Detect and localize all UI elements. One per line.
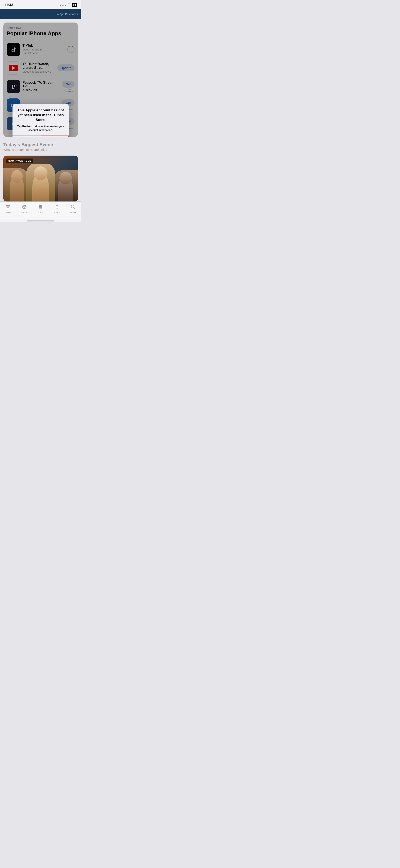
events-section: Today's Biggest Events What to stream, p…	[0, 137, 81, 154]
search-icon	[70, 204, 76, 211]
top-banner: In-App Purchases	[0, 9, 81, 19]
tab-apps[interactable]: Apps	[33, 203, 49, 215]
home-indicator	[0, 219, 81, 222]
signal-icon	[60, 5, 66, 6]
alert-dialog: This Apple Account has not yet been used…	[12, 104, 69, 137]
top-banner-text: In-App Purchases	[57, 12, 78, 16]
svg-rect-2	[6, 205, 10, 207]
status-time: 11:43	[4, 3, 13, 7]
search-label: Search	[70, 212, 76, 214]
today-label: Today	[5, 212, 11, 214]
dialog-title: This Apple Account has not yet been used…	[16, 108, 65, 122]
apps-label: Apps	[38, 212, 43, 214]
svg-line-15	[74, 208, 75, 209]
home-bar	[27, 220, 55, 221]
dialog-message: Tap Review to sign in, then review your …	[16, 125, 65, 132]
battery-indicator: 89	[72, 3, 77, 7]
svg-rect-9	[39, 205, 42, 207]
main-card: ESSENTIALS Popular iPhone Apps TikTok Vi…	[3, 23, 78, 137]
scroll-area: ESSENTIALS Popular iPhone Apps TikTok Vi…	[0, 23, 81, 202]
apps-icon	[38, 204, 43, 211]
svg-text:12: 12	[7, 207, 9, 209]
dialog-buttons: Cancel Review	[12, 135, 69, 137]
status-bar: 11:43 89	[0, 0, 81, 9]
svg-point-6	[24, 205, 25, 206]
wifi-icon	[67, 3, 71, 7]
tab-search[interactable]: Search	[65, 203, 81, 215]
tab-arcade[interactable]: Arcade	[49, 203, 65, 215]
now-available-badge: NOW AVAILABLE	[6, 158, 33, 163]
arcade-label: Arcade	[54, 212, 60, 214]
tab-games[interactable]: Games	[16, 203, 33, 215]
tab-bar: 12 Today Games App	[0, 202, 81, 219]
cancel-button[interactable]: Cancel	[12, 135, 41, 137]
movie-banner[interactable]: NOW AVAILABLE	[3, 156, 78, 202]
events-subtitle: What to stream, play, and enjoy	[3, 148, 78, 151]
games-label: Games	[21, 212, 28, 214]
status-icons: 89	[60, 3, 77, 7]
events-title: Today's Biggest Events	[3, 142, 78, 148]
today-icon: 12	[5, 204, 11, 211]
games-icon	[22, 204, 27, 211]
character-center	[26, 164, 55, 202]
arcade-icon	[54, 204, 60, 211]
svg-point-11	[57, 206, 57, 207]
movie-characters	[3, 164, 78, 202]
character-right	[53, 170, 78, 202]
dialog-body: This Apple Account has not yet been used…	[12, 104, 69, 135]
tab-today[interactable]: 12 Today	[0, 203, 16, 215]
review-button[interactable]: Review	[41, 135, 69, 137]
